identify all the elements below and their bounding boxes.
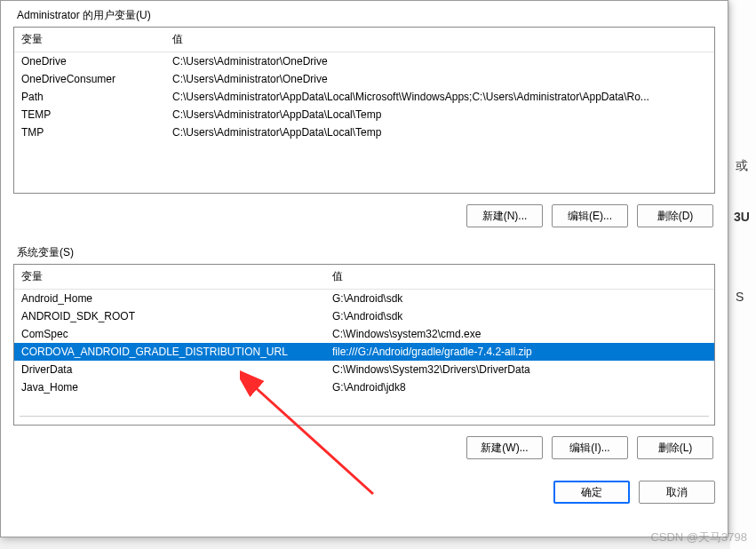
var-name: Android_Home [14, 290, 325, 307]
column-value[interactable]: 值 [165, 28, 714, 52]
edit-user-var-button[interactable]: 编辑(E)... [552, 204, 628, 227]
var-value: C:\Users\Administrator\AppData\Local\Tem… [165, 106, 714, 123]
bg-text: S [736, 290, 744, 304]
var-name: ANDROID_SDK_ROOT [14, 307, 325, 325]
watermark: CSDN @天马3798 [650, 529, 747, 545]
table-row[interactable]: ComSpecC:\Windows\system32\cmd.exe [14, 325, 714, 343]
system-variables-group: 系统变量(S) 变量 值 Android_HomeG:\Android\sdkA… [13, 243, 715, 459]
bg-text: 3U [734, 210, 750, 224]
var-name: ComSpec [14, 325, 325, 343]
table-row[interactable]: OneDriveC:\Users\Administrator\OneDrive [14, 52, 714, 70]
table-row[interactable]: TMPC:\Users\Administrator\AppData\Local\… [14, 123, 714, 141]
table-row[interactable]: CORDOVA_ANDROID_GRADLE_DISTRIBUTION_URLf… [14, 343, 714, 361]
system-variables-listbox[interactable]: 变量 值 Android_HomeG:\Android\sdkANDROID_S… [13, 264, 715, 426]
var-value: G:\Android\sdk [325, 307, 714, 325]
var-name: OneDrive [14, 52, 165, 70]
horizontal-scrollbar[interactable] [20, 416, 709, 423]
var-value: G:\Android\sdk [325, 290, 714, 307]
var-value: C:\Users\Administrator\AppData\Local\Mic… [165, 88, 714, 106]
delete-system-var-button[interactable]: 删除(L) [637, 436, 713, 459]
var-value: C:\Windows\system32\cmd.exe [325, 325, 714, 343]
table-row[interactable]: OneDriveConsumerC:\Users\Administrator\O… [14, 70, 714, 88]
background-panel: 或 3U S [730, 0, 756, 549]
table-row[interactable]: ANDROID_SDK_ROOTG:\Android\sdk [14, 307, 714, 325]
var-name: TEMP [14, 106, 165, 123]
edit-system-var-button[interactable]: 编辑(I)... [552, 436, 628, 459]
system-variables-label: 系统变量(S) [13, 243, 715, 264]
var-name: TMP [14, 123, 165, 141]
list-header: 变量 值 [14, 28, 714, 52]
var-name: CORDOVA_ANDROID_GRADLE_DISTRIBUTION_URL [14, 343, 325, 361]
cancel-button[interactable]: 取消 [639, 481, 715, 504]
var-value: C:\Users\Administrator\AppData\Local\Tem… [165, 123, 714, 141]
column-value[interactable]: 值 [325, 265, 714, 289]
dialog-footer: 确定 取消 [13, 481, 715, 504]
list-header: 变量 值 [14, 265, 714, 290]
var-name: Java_Home [14, 378, 325, 396]
column-variable[interactable]: 变量 [14, 265, 325, 289]
user-variables-group: Administrator 的用户变量(U) 变量 值 OneDriveC:\U… [13, 6, 715, 227]
environment-variables-dialog: Administrator 的用户变量(U) 变量 值 OneDriveC:\U… [0, 0, 728, 537]
var-name: Path [14, 88, 165, 106]
table-row[interactable]: PathC:\Users\Administrator\AppData\Local… [14, 88, 714, 106]
column-variable[interactable]: 变量 [14, 28, 165, 52]
var-name: DriverData [14, 361, 325, 378]
table-row[interactable]: DriverDataC:\Windows\System32\Drivers\Dr… [14, 361, 714, 378]
table-row[interactable]: Android_HomeG:\Android\sdk [14, 290, 714, 307]
user-buttons: 新建(N)... 编辑(E)... 删除(D) [13, 204, 713, 227]
delete-user-var-button[interactable]: 删除(D) [637, 204, 713, 227]
system-buttons: 新建(W)... 编辑(I)... 删除(L) [13, 436, 713, 459]
var-value: C:\Users\Administrator\OneDrive [165, 52, 714, 70]
new-user-var-button[interactable]: 新建(N)... [466, 204, 543, 227]
user-variables-body[interactable]: OneDriveC:\Users\Administrator\OneDriveO… [14, 52, 714, 193]
var-value: C:\Windows\System32\Drivers\DriverData [325, 361, 714, 378]
bg-text: 或 [736, 158, 748, 174]
var-value: G:\Android\jdk8 [325, 378, 714, 396]
var-value: file:///G:/Android/gradle/gradle-7.4.2-a… [325, 343, 714, 361]
var-value: C:\Users\Administrator\OneDrive [165, 70, 714, 88]
new-system-var-button[interactable]: 新建(W)... [466, 436, 543, 459]
var-name: OneDriveConsumer [14, 70, 165, 88]
user-variables-listbox[interactable]: 变量 值 OneDriveC:\Users\Administrator\OneD… [13, 27, 715, 194]
table-row[interactable]: Java_HomeG:\Android\jdk8 [14, 378, 714, 396]
user-variables-label: Administrator 的用户变量(U) [13, 6, 715, 27]
ok-button[interactable]: 确定 [553, 481, 630, 504]
system-variables-body[interactable]: Android_HomeG:\Android\sdkANDROID_SDK_RO… [14, 290, 714, 416]
table-row[interactable]: TEMPC:\Users\Administrator\AppData\Local… [14, 106, 714, 123]
